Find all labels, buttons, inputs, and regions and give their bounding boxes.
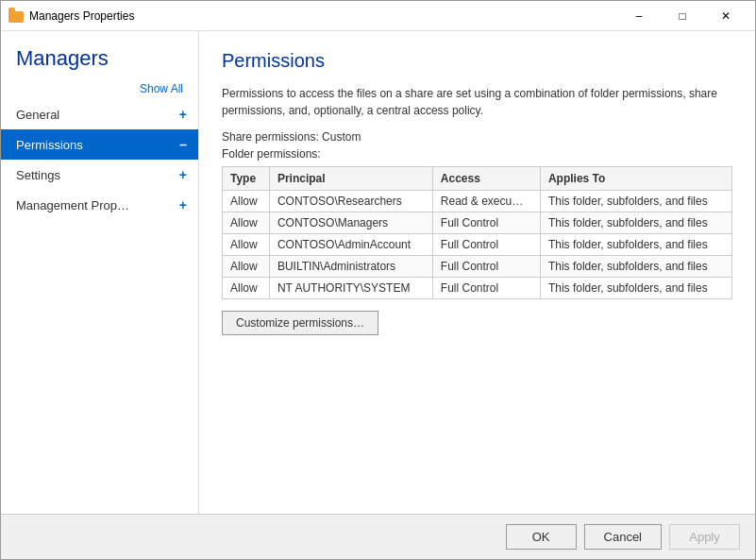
sidebar-item-permissions-label: Permissions [16,138,179,152]
share-permissions-line: Share permissions: Custom [222,130,732,144]
cell-type: Allow [223,256,270,278]
cell-principal: BUILTIN\Administrators [269,256,432,278]
cell-access: Full Control [432,234,540,256]
cell-access: Full Control [432,256,540,278]
show-all-link[interactable]: Show All [1,82,198,99]
sidebar-item-management-icon: + [179,197,187,212]
sidebar-item-general-label: General [16,108,179,122]
cell-applies-to: This folder, subfolders, and files [540,234,731,256]
cell-applies-to: This folder, subfolders, and files [540,191,731,212]
table-row[interactable]: AllowCONTOSO\ManagersFull ControlThis fo… [223,212,732,234]
cell-type: Allow [223,234,270,256]
sidebar-item-settings-icon: + [179,167,187,182]
apply-button[interactable]: Apply [669,524,740,550]
cell-type: Allow [223,278,270,299]
cell-type: Allow [223,191,270,212]
titlebar-controls: – □ ✕ [617,1,748,31]
col-principal: Principal [269,167,432,191]
cell-access: Full Control [432,212,540,234]
table-row[interactable]: AllowBUILTIN\AdministratorsFull ControlT… [223,256,732,278]
close-button[interactable]: ✕ [704,1,748,31]
col-applies-to: Applies To [540,167,731,191]
window-title: Managers Properties [29,9,617,23]
cell-access: Read & execu… [432,191,540,212]
titlebar: Managers Properties – □ ✕ [1,1,755,31]
customize-permissions-button[interactable]: Customize permissions… [222,311,378,335]
table-row[interactable]: AllowCONTOSO\ResearchersRead & execu…Thi… [223,191,732,212]
sidebar-heading: Managers [1,46,198,82]
sidebar-item-general-icon: + [179,107,187,122]
sidebar-item-settings[interactable]: Settings + [1,160,198,190]
main-content: Permissions Permissions to access the fi… [199,31,755,514]
window: Managers Properties – □ ✕ Managers Show … [0,0,756,560]
cell-applies-to: This folder, subfolders, and files [540,278,731,299]
info-text: Permissions to access the files on a sha… [222,85,731,119]
maximize-button[interactable]: □ [661,1,704,31]
window-icon [8,11,24,23]
sidebar-item-management[interactable]: Management Prop… + [1,190,198,220]
minimize-button[interactable]: – [617,1,661,31]
cell-access: Full Control [432,278,540,299]
section-title: Permissions [222,50,732,72]
cell-applies-to: This folder, subfolders, and files [540,256,731,278]
content-area: Managers Show All General + Permissions … [1,31,755,514]
folder-permissions-label: Folder permissions: [222,147,732,161]
col-access: Access [432,167,540,191]
col-type: Type [223,167,270,191]
share-permissions-value: Custom [322,130,361,144]
cell-principal: CONTOSO\AdminAccount [269,234,432,256]
table-row[interactable]: AllowNT AUTHORITY\SYSTEMFull ControlThis… [223,278,732,299]
share-permissions-label: Share permissions: [222,130,319,144]
ok-button[interactable]: OK [506,524,577,550]
cell-principal: NT AUTHORITY\SYSTEM [269,278,432,299]
sidebar-item-general[interactable]: General + [1,99,198,129]
sidebar-item-permissions[interactable]: Permissions – [1,129,198,160]
cell-applies-to: This folder, subfolders, and files [540,212,731,234]
cell-principal: CONTOSO\Managers [269,212,432,234]
cancel-button[interactable]: Cancel [584,524,662,550]
table-row[interactable]: AllowCONTOSO\AdminAccountFull ControlThi… [223,234,732,256]
cell-principal: CONTOSO\Researchers [269,191,432,212]
sidebar-item-permissions-icon: – [179,137,187,152]
permissions-table: Type Principal Access Applies To AllowCO… [222,166,732,299]
sidebar-item-settings-label: Settings [16,168,179,182]
sidebar-item-management-label: Management Prop… [16,198,179,212]
sidebar: Managers Show All General + Permissions … [1,31,199,514]
footer: OK Cancel Apply [1,514,755,559]
cell-type: Allow [223,212,270,234]
